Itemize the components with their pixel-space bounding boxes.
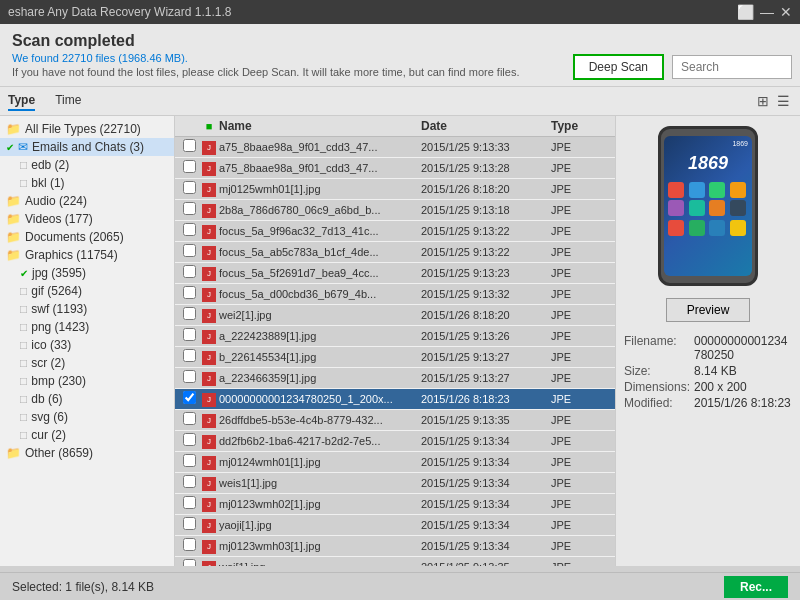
table-row[interactable]: J weis1[1].jpg 2015/1/25 9:13:34 JPE (175, 473, 615, 494)
row-checkbox[interactable] (183, 559, 196, 566)
row-checkbox[interactable] (183, 244, 196, 257)
table-row[interactable]: J dd2fb6b2-1ba6-4217-b2d2-7e5... 2015/1/… (175, 431, 615, 452)
file-icon: □ (20, 338, 27, 352)
sidebar-item-label: bmp (230) (31, 374, 86, 388)
file-type: JPE (551, 561, 611, 566)
tab-type[interactable]: Type (8, 91, 35, 111)
sidebar-item-label: jpg (3595) (32, 266, 86, 280)
table-row[interactable]: J yaoji[1].jpg 2015/1/25 9:13:34 JPE (175, 515, 615, 536)
row-checkbox[interactable] (183, 307, 196, 320)
phone-screen: 1869 1869 (664, 136, 752, 276)
row-checkbox[interactable] (183, 202, 196, 215)
file-date: 2015/1/25 9:13:34 (421, 540, 551, 552)
row-checkbox[interactable] (183, 517, 196, 530)
folder-icon: 📁 (6, 446, 21, 460)
preview-button[interactable]: Preview (666, 298, 751, 322)
row-checkbox[interactable] (183, 454, 196, 467)
row-checkbox[interactable] (183, 412, 196, 425)
tab-time[interactable]: Time (55, 91, 81, 111)
sidebar-item-label: bkl (1) (31, 176, 64, 190)
filename-value: 00000000001234780250 (694, 334, 792, 362)
row-checkbox[interactable] (183, 139, 196, 152)
row-checkbox[interactable] (183, 370, 196, 383)
sidebar-item-scr[interactable]: □ scr (2) (0, 354, 174, 372)
file-name: weis1[1].jpg (219, 477, 421, 489)
toolbar: Type Time ⊞ ☰ (0, 87, 800, 116)
sidebar-item-other[interactable]: 📁 Other (8659) (0, 444, 174, 462)
row-checkbox[interactable] (183, 286, 196, 299)
file-name: focus_5a_9f96ac32_7d13_41c... (219, 225, 421, 237)
row-checkbox[interactable] (183, 433, 196, 446)
table-row[interactable]: J a_223466359[1].jpg 2015/1/25 9:13:27 J… (175, 368, 615, 389)
table-row[interactable]: J a_222423889[1].jpg 2015/1/25 9:13:26 J… (175, 326, 615, 347)
row-checkbox[interactable] (183, 223, 196, 236)
table-row[interactable]: J mj0124wmh01[1].jpg 2015/1/25 9:13:34 J… (175, 452, 615, 473)
window-controls[interactable]: ⬜ — ✕ (737, 4, 792, 20)
sidebar-item-gif[interactable]: □ gif (5264) (0, 282, 174, 300)
row-checkbox[interactable] (183, 160, 196, 173)
row-checkbox[interactable] (183, 391, 196, 404)
sidebar-item-ico[interactable]: □ ico (33) (0, 336, 174, 354)
minimize-button[interactable]: — (760, 4, 774, 20)
file-type: JPE (551, 372, 611, 384)
table-row[interactable]: J focus_5a_d00cbd36_b679_4b... 2015/1/25… (175, 284, 615, 305)
table-row[interactable]: J wei2[1].jpg 2015/1/26 8:18:20 JPE (175, 305, 615, 326)
sidebar-item-cur[interactable]: □ cur (2) (0, 426, 174, 444)
table-row[interactable]: J a75_8baae98a_9f01_cdd3_47... 2015/1/25… (175, 137, 615, 158)
sidebar-item-all[interactable]: 📁 All File Types (22710) (0, 120, 174, 138)
table-row[interactable]: J focus_5a_9f96ac32_7d13_41c... 2015/1/2… (175, 221, 615, 242)
sidebar-item-swf[interactable]: □ swf (1193) (0, 300, 174, 318)
table-row[interactable]: J a75_8baae98a_9f01_cdd3_47... 2015/1/25… (175, 158, 615, 179)
file-date: 2015/1/25 9:13:22 (421, 225, 551, 237)
deep-scan-button[interactable]: Deep Scan (573, 54, 664, 80)
close-button[interactable]: ✕ (780, 4, 792, 20)
list-view-icon[interactable]: ☰ (775, 91, 792, 111)
recover-button[interactable]: Rec... (724, 576, 788, 598)
file-date: 2015/1/25 9:13:18 (421, 204, 551, 216)
row-checkbox[interactable] (183, 538, 196, 551)
table-row[interactable]: J 26dffdbe5-b53e-4c4b-8779-432... 2015/1… (175, 410, 615, 431)
table-row[interactable]: J focus_5a_ab5c783a_b1cf_4de... 2015/1/2… (175, 242, 615, 263)
table-row[interactable]: J b_226145534[1].jpg 2015/1/25 9:13:27 J… (175, 347, 615, 368)
table-row[interactable]: J mj0125wmh01[1].jpg 2015/1/26 8:18:20 J… (175, 179, 615, 200)
table-row[interactable]: J wei[1].jpg 2015/1/25 9:13:35 JPE (175, 557, 615, 566)
table-row[interactable]: J 2b8a_786d6780_06c9_a6bd_b... 2015/1/25… (175, 200, 615, 221)
table-row[interactable]: J mj0123wmh03[1].jpg 2015/1/25 9:13:34 J… (175, 536, 615, 557)
file-info: Filename: 00000000001234780250 Size: 8.1… (624, 334, 792, 412)
file-date: 2015/1/26 8:18:20 (421, 183, 551, 195)
sidebar-item-edb[interactable]: □ edb (2) (0, 156, 174, 174)
sidebar-item-audio[interactable]: 📁 Audio (224) (0, 192, 174, 210)
sidebar-item-png[interactable]: □ png (1423) (0, 318, 174, 336)
sidebar-item-emails[interactable]: ✔ ✉ Emails and Chats (3) (0, 138, 174, 156)
row-checkbox[interactable] (183, 328, 196, 341)
restore-button[interactable]: ⬜ (737, 4, 754, 20)
row-checkbox[interactable] (183, 349, 196, 362)
folder-icon: 📁 (6, 194, 21, 208)
file-date: 2015/1/25 9:13:23 (421, 267, 551, 279)
row-checkbox[interactable] (183, 475, 196, 488)
file-list-header: ■ Name Date Type (175, 116, 615, 137)
sidebar-item-bkl[interactable]: □ bkl (1) (0, 174, 174, 192)
sidebar-item-jpg[interactable]: ✔ jpg (3595) (0, 264, 174, 282)
row-checkbox[interactable] (183, 496, 196, 509)
sidebar-item-db[interactable]: □ db (6) (0, 390, 174, 408)
sidebar-item-videos[interactable]: 📁 Videos (177) (0, 210, 174, 228)
search-input[interactable] (672, 55, 792, 79)
row-checkbox[interactable] (183, 265, 196, 278)
size-value: 8.14 KB (694, 364, 737, 378)
table-row[interactable]: J focus_5a_5f2691d7_bea9_4cc... 2015/1/2… (175, 263, 615, 284)
sidebar-item-label: db (6) (31, 392, 62, 406)
folder-icon: 📁 (6, 230, 21, 244)
table-row[interactable]: J 00000000001234780250_1_200x... 2015/1/… (175, 389, 615, 410)
scan-title: Scan completed (12, 32, 580, 50)
sidebar-item-bmp[interactable]: □ bmp (230) (0, 372, 174, 390)
sidebar-item-graphics[interactable]: 📁 Graphics (11754) (0, 246, 174, 264)
file-type: JPE (551, 141, 611, 153)
grid-view-icon[interactable]: ⊞ (755, 91, 771, 111)
table-row[interactable]: J mj0123wmh02[1].jpg 2015/1/25 9:13:34 J… (175, 494, 615, 515)
row-checkbox[interactable] (183, 181, 196, 194)
sidebar-item-svg[interactable]: □ svg (6) (0, 408, 174, 426)
file-type: JPE (551, 183, 611, 195)
sidebar-item-documents[interactable]: 📁 Documents (2065) (0, 228, 174, 246)
file-name: mj0123wmh02[1].jpg (219, 498, 421, 510)
